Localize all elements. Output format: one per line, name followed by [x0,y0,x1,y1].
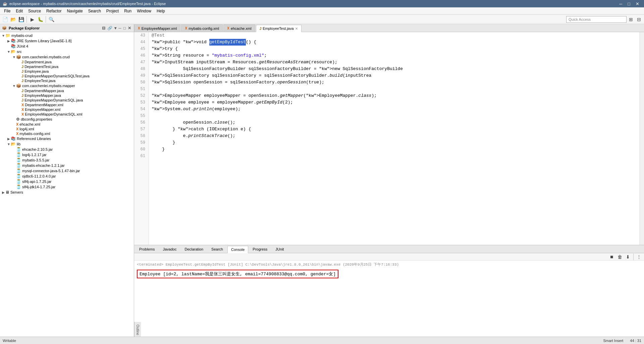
line-number-55: 55 [134,113,147,119]
file-tree: ▼📁mybatis-crud▶📚JRE System Library [Java… [0,32,134,337]
views-button[interactable]: ⊟ [635,16,643,23]
editor-tab-ehcache_xml[interactable]: Xehcache.xml [223,24,255,32]
editor-tab-mybatis_config_xml[interactable]: Xmybatis-config.xml [181,24,223,32]
tree-label-ref_libs: Referenced Libraries [17,137,51,141]
bottom-tab-search[interactable]: Search [208,246,227,253]
console-output: Employee [id=2, lastName=我是张三叫是女生, email… [137,270,338,278]
tree-item-pkg1[interactable]: ▼📦com.caochenlei.mybatis.crud [0,54,134,60]
status-position: 44 : 31 [630,339,641,343]
tree-label-mybatis-crud: mybatis-crud [11,33,33,38]
tree-item-empmapper_dyn[interactable]: JEmployeeMapperDynamicSQLTest.java [0,74,134,78]
collapse-all-icon[interactable]: ⊟ [101,26,106,30]
console-stop-button[interactable]: ⏹ [608,253,615,261]
view-menu-icon[interactable]: ▾ [114,26,117,30]
menu-item-edit[interactable]: Edit [13,8,25,14]
tree-item-lib[interactable]: ▼📂lib [0,141,134,147]
minimize-view-icon[interactable]: ─ [118,26,122,30]
tree-label-slf4j_jdk_jar: slf4j-jdk14-1.7.25.jar [22,185,55,189]
tree-item-mysql_jar[interactable]: 🫙mysql-connector-java-5.1.47-bin.jar [0,168,134,174]
tree-icon-empmapper_dyn_j: J [21,98,23,102]
bottom-panel: ProblemsJavadocDeclarationSearchConsoleP… [134,245,644,322]
bottom-tab-javadoc[interactable]: Javadoc [159,246,180,253]
editor-scrollbar[interactable] [639,32,644,245]
tree-icon-log4j: X [16,127,18,131]
tab-label-mybatis_config_xml: mybatis-config.xml [189,26,219,30]
tree-item-log4j[interactable]: Xlog4j.xml [0,127,134,131]
tree-item-deptmapper_xml[interactable]: XDepartmentMapper.xml [0,102,134,107]
quick-access-input[interactable]: Quick Access [566,16,627,23]
new-button[interactable]: 📄 [1,16,9,23]
tree-item-mybatis_cfg[interactable]: Xmybatis-config.xml [0,131,134,136]
console-clear-button[interactable]: 🗑 [616,253,624,261]
outline-button[interactable]: Outline [135,323,140,337]
tree-arrow-pkg1: ▼ [12,55,16,59]
tree-item-dbconfig[interactable]: ⚙dbconfig.properties [0,117,134,122]
menu-item-source[interactable]: Source [25,8,44,14]
tree-item-mybatis-crud[interactable]: ▼📁mybatis-crud [0,33,134,38]
tree-icon-mybatis_cfg: X [16,132,18,136]
save-button[interactable]: 💾 [17,16,25,23]
bottom-tab-problems[interactable]: Problems [136,246,158,253]
tree-item-emptest[interactable]: JEmployeeTest.java [0,78,134,83]
menu-item-project[interactable]: Project [104,8,121,14]
debug-button[interactable]: 🐛 [37,16,44,23]
tree-item-junit[interactable]: 📚JUnit 4 [0,44,134,49]
tree-item-servers[interactable]: ▶🖥Servers [0,190,134,195]
code-content[interactable]: @Test "kw">public "kw">void getEmpByIdTe… [149,32,639,245]
tree-item-depttest[interactable]: JDepartmentTest.java [0,64,134,69]
code-editor[interactable]: 43444546474849505152535455565758596061 @… [134,32,644,245]
bottom-tab-junit[interactable]: JUnit [272,246,287,253]
perspectives-button[interactable]: ⊞ [627,16,635,23]
tree-icon-lib: 📂 [11,142,16,146]
tree-item-ehcache[interactable]: Xehcache.xml [0,122,134,127]
menu-item-file[interactable]: File [1,8,13,14]
close-view-icon[interactable]: ✕ [127,26,132,30]
tree-item-dept[interactable]: JDepartment.java [0,60,134,64]
menu-item-search[interactable]: Search [86,8,104,14]
minimize-button[interactable]: ─ [617,1,624,6]
tree-item-deptmapper[interactable]: JDepartmentMapper.java [0,88,134,93]
tree-item-empmapper_dyn_xml[interactable]: XEmployeeMapperDynamicSQL.xml [0,112,134,117]
menu-item-navigate[interactable]: Navigate [64,8,85,14]
tree-item-empmapper_j[interactable]: JEmployeeMapper.java [0,93,134,98]
tab-close-employeetest_java[interactable]: ✕ [295,27,298,30]
tree-item-jre[interactable]: ▶📚JRE System Library [JavaSE-1.8] [0,38,134,44]
tree-icon-pkg1: 📦 [16,55,21,59]
bottom-tab-declaration[interactable]: Declaration [181,246,207,253]
tree-icon-mybatis_ehcache_jar: 🫙 [16,163,21,168]
console-menu-button[interactable]: ⋮ [635,253,643,261]
tree-item-slf4j_jar[interactable]: 🫙slf4j-api-1.7.25.jar [0,179,134,184]
editor-tab-employeetest_java[interactable]: JEmployeeTest.java✕ [256,25,302,32]
open-button[interactable]: 📂 [9,16,17,23]
tree-item-src[interactable]: ▼📂src [0,49,134,54]
menu-item-run[interactable]: Run [121,8,134,14]
tree-item-emp[interactable]: JEmployee.java [0,69,134,74]
tree-item-slf4j_jdk_jar[interactable]: 🫙slf4j-jdk14-1.7.25.jar [0,184,134,190]
run-button[interactable]: ▶ [29,16,36,23]
tree-item-pkg2[interactable]: ▼📦com.caochenlei.mybatis.mapper [0,83,134,88]
link-editor-icon[interactable]: 🔗 [107,26,113,30]
tree-item-ref_libs[interactable]: ▶📚Referenced Libraries [0,136,134,141]
tree-label-dbconfig: dbconfig.properties [21,117,52,121]
tree-item-ojdbc_jar[interactable]: 🫙ojdbc6-11.2.0.4.0.jar [0,174,134,179]
bottom-tab-console[interactable]: Console [227,246,248,253]
search-button[interactable]: 🔍 [48,16,55,23]
tree-item-empmapper_xml[interactable]: XEmployeeMapper.xml [0,107,134,112]
editor-tab-employeemapper_xml[interactable]: XEmployeeMapper.xml [134,24,180,32]
menu-item-help[interactable]: Help [154,8,168,14]
tree-icon-src: 📂 [11,49,16,54]
bottom-tab-progress[interactable]: Progress [249,246,271,253]
tree-item-mybatis_jar[interactable]: 🫙mybatis-3.5.5.jar [0,157,134,163]
maximize-button[interactable]: □ [626,1,632,6]
tree-item-log4j_jar[interactable]: 🫙log4j-1.2.17.jar [0,152,134,157]
menu-item-window[interactable]: Window [134,8,154,14]
tree-item-ehcache_jar[interactable]: 🫙ehcache-2.10.5.jar [0,147,134,152]
tree-item-empmapper_dyn_j[interactable]: JEmployeeMapperDynamicSQL.java [0,98,134,102]
tree-arrow-servers: ▶ [1,191,5,194]
tree-label-dept: Department.java [24,60,52,64]
maximize-view-icon[interactable]: □ [123,26,126,30]
close-button[interactable]: ✕ [634,1,641,6]
console-scroll-end-button[interactable]: ⬇ [624,253,632,261]
tree-item-mybatis_ehcache_jar[interactable]: 🫙mybatis-ehcache-1.2.1.jar [0,163,134,168]
menu-item-refactor[interactable]: Refactor [44,8,64,14]
